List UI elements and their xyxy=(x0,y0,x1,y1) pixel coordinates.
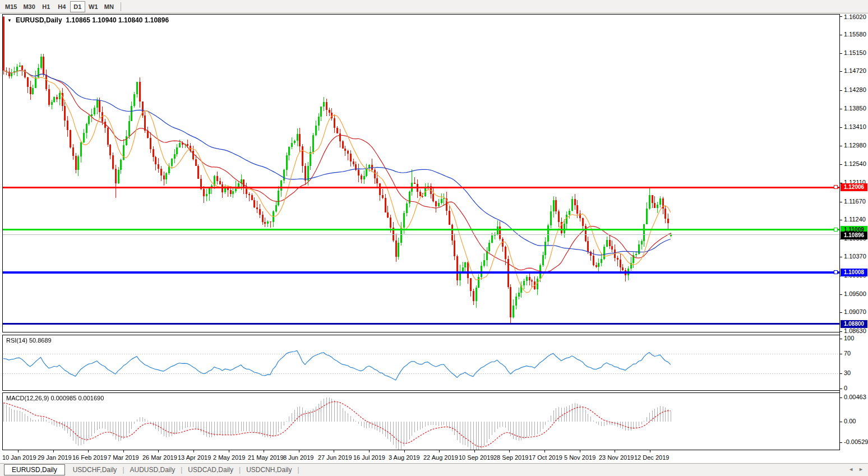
date-label: 22 Aug 2019 xyxy=(423,454,458,461)
date-tick-mark xyxy=(650,450,650,452)
timeframe-button-d1[interactable]: D1 xyxy=(70,1,85,12)
macd-tick-label-mark xyxy=(840,442,842,443)
chart-tab-usdchf[interactable]: USDCHF,Daily xyxy=(67,466,123,474)
date-label: 5 Nov 2019 xyxy=(564,454,595,461)
price-tick-label: 1.11240 xyxy=(844,216,866,223)
main-chart-panel: ▼ EURUSD,Daily 1.10865 1.10940 1.10840 1… xyxy=(2,14,840,332)
price-tick-label-mark xyxy=(840,164,842,165)
chart-tab-eurusd[interactable]: EURUSD,Daily xyxy=(4,464,65,475)
current-price-badge: 1.10896 xyxy=(841,232,867,239)
tab-scroll-arrows: ◄► xyxy=(848,466,864,472)
line-handle-1.11009[interactable] xyxy=(834,228,838,232)
date-tick-mark xyxy=(193,450,194,452)
price-badge-1.08800: 1.08800 xyxy=(841,320,867,328)
date-label: 12 Dec 2019 xyxy=(634,454,669,461)
date-label: 16 Jul 2019 xyxy=(353,454,385,461)
date-tick-mark xyxy=(123,450,124,452)
rsi-indicator-panel: RSI(14) 50.8689 xyxy=(2,335,840,391)
date-tick-mark xyxy=(18,450,19,452)
price-badge-1.10008: 1.10008 xyxy=(841,269,867,276)
date-axis[interactable]: 10 Jan 201929 Jan 201916 Feb 20197 Mar 2… xyxy=(2,450,839,463)
macd-tick-label-mark xyxy=(840,398,842,398)
chart-tab-usdcnh[interactable]: USDCNH,Daily xyxy=(241,466,297,474)
line-handle-1.12006[interactable] xyxy=(834,185,838,189)
current-price-line xyxy=(3,234,839,235)
timeframe-button-w1[interactable]: W1 xyxy=(86,1,101,12)
price-tick-label: 1.12980 xyxy=(844,142,866,149)
macd-label: MACD(12,26,9) 0.000985 0.001690 xyxy=(6,395,104,401)
date-label: 21 May 2019 xyxy=(248,454,284,461)
chart-ohlc-values: 1.10865 1.10940 1.10840 1.10896 xyxy=(66,16,169,24)
date-tick-mark xyxy=(88,450,89,452)
macd-tick-label: 0.00 xyxy=(844,418,856,424)
date-tick-mark xyxy=(229,450,229,452)
price-tick-label-mark xyxy=(840,202,842,202)
date-tick-mark xyxy=(158,450,159,452)
price-tick-label-mark xyxy=(840,312,842,313)
price-tick-label-mark xyxy=(840,127,842,128)
price-tick-label: 1.13850 xyxy=(844,105,866,112)
tab-scroll-left-icon[interactable]: ◄ xyxy=(848,466,853,472)
horizontal-line-1.08800[interactable] xyxy=(3,323,839,325)
rsi-tick-label-mark xyxy=(840,339,842,339)
rsi-label: RSI(14) 50.8689 xyxy=(6,337,52,344)
date-tick-mark xyxy=(544,450,545,452)
date-label: 16 Feb 2019 xyxy=(72,454,107,461)
price-tick-label-mark xyxy=(840,331,842,332)
line-handle-1.10008[interactable] xyxy=(834,270,838,274)
chart-tab-audusd[interactable]: AUDUSD,Daily xyxy=(124,466,181,474)
date-tick-mark xyxy=(580,450,580,452)
chart-title: ▼ EURUSD,Daily 1.10865 1.10940 1.10840 1… xyxy=(7,16,169,24)
price-tick-label-mark xyxy=(840,16,842,17)
rsi-canvas[interactable] xyxy=(3,335,839,390)
date-tick-mark xyxy=(615,450,615,452)
macd-tick-label: -0.005299 xyxy=(844,438,868,445)
timeframe-button-m15[interactable]: M15 xyxy=(2,1,20,12)
macd-canvas[interactable] xyxy=(3,393,839,450)
macd-indicator-panel: MACD(12,26,9) 0.000985 0.001690 xyxy=(2,392,840,450)
macd-tick-label-mark xyxy=(840,422,842,422)
price-tick-label: 1.10370 xyxy=(844,253,866,260)
price-tick-label-mark xyxy=(840,146,842,146)
price-axis[interactable]: 1.160201.155801.151501.147201.142801.138… xyxy=(839,14,868,450)
date-label: 17 Oct 2019 xyxy=(529,454,562,461)
date-label: 3 Aug 2019 xyxy=(389,454,420,461)
date-label: 13 Apr 2019 xyxy=(178,454,211,461)
price-tick-label-mark xyxy=(840,53,842,54)
price-tick-label-mark xyxy=(840,109,842,109)
price-tick-label: 1.15150 xyxy=(844,49,866,56)
date-tick-mark xyxy=(404,450,405,452)
horizontal-line-1.11009[interactable] xyxy=(3,229,839,230)
chart-symbol-period: EURUSD,Daily xyxy=(16,16,62,24)
price-badge-1.12006: 1.12006 xyxy=(841,183,867,191)
price-tick-label: 1.08630 xyxy=(844,327,866,334)
timeframe-button-mn[interactable]: MN xyxy=(101,1,117,12)
symbol-dropdown-icon[interactable]: ▼ xyxy=(7,18,12,23)
price-tick-label: 1.16020 xyxy=(844,13,866,20)
rsi-tick-label: 0 xyxy=(844,385,847,391)
price-tick-label: 1.14720 xyxy=(844,67,866,74)
timeframe-button-h4[interactable]: H4 xyxy=(54,1,70,12)
date-label: 27 Jun 2019 xyxy=(318,454,352,461)
macd-tick-label: 0.00463 xyxy=(844,394,866,400)
price-tick-label-mark xyxy=(840,294,842,295)
rsi-tick-label-mark xyxy=(840,373,842,374)
tab-scroll-right-icon[interactable]: ► xyxy=(858,466,864,472)
date-tick-mark xyxy=(369,450,370,452)
horizontal-line-1.12006[interactable] xyxy=(3,187,839,188)
horizontal-line-1.10008[interactable] xyxy=(3,271,839,274)
main-chart-canvas[interactable] xyxy=(3,15,839,332)
date-tick-mark xyxy=(299,450,299,452)
price-tick-label-mark xyxy=(840,71,842,72)
price-tick-label-mark xyxy=(840,90,842,91)
rsi-tick-label: 100 xyxy=(844,335,854,341)
timeframe-button-m30[interactable]: M30 xyxy=(20,1,38,12)
chart-tab-usdcad[interactable]: USDCAD,Daily xyxy=(182,466,239,474)
date-label: 8 Jun 2019 xyxy=(283,454,313,461)
date-label: 23 Nov 2019 xyxy=(599,454,634,461)
date-tick-mark xyxy=(474,450,475,452)
price-tick-label: 1.14280 xyxy=(844,86,866,93)
date-tick-mark xyxy=(53,450,54,452)
timeframe-button-h1[interactable]: H1 xyxy=(39,1,54,12)
price-tick-label: 1.11670 xyxy=(844,198,866,205)
